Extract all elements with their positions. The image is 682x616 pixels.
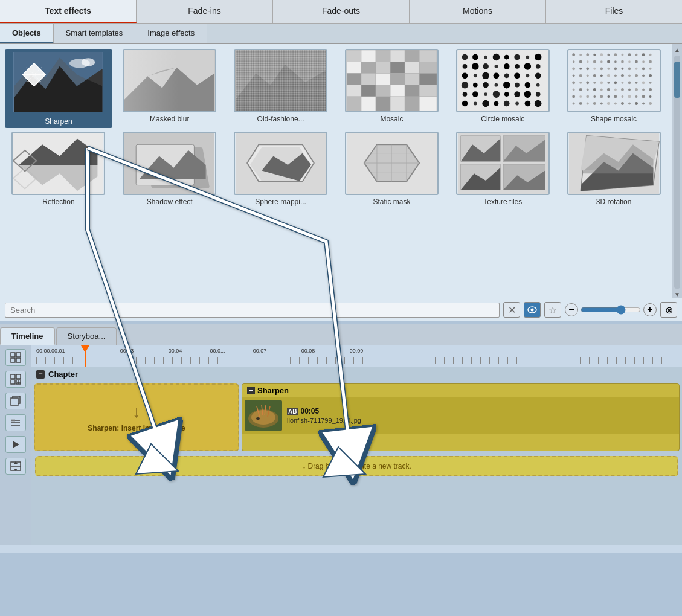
svg-point-68 — [536, 64, 541, 69]
svg-point-74 — [514, 73, 520, 79]
effect-mosaic[interactable]: Mosaic — [338, 49, 445, 128]
svg-point-143 — [607, 74, 610, 77]
svg-point-186 — [572, 103, 574, 105]
svg-point-126 — [572, 67, 575, 70]
svg-point-151 — [579, 82, 582, 84]
tool-add-track[interactable] — [5, 371, 26, 388]
tab-text-effects[interactable]: Text effects — [0, 0, 137, 23]
tab-motions[interactable]: Motions — [410, 0, 546, 23]
timeline-section: Timeline Storyboa... — [0, 324, 682, 553]
layers-icon — [10, 417, 21, 428]
sub-tab-smart-templates[interactable]: Smart templates — [54, 24, 136, 43]
svg-point-83 — [524, 82, 530, 88]
svg-rect-29 — [361, 62, 376, 73]
ruler-time-1: 00:03 — [103, 348, 151, 354]
svg-point-174 — [572, 95, 575, 98]
tab-fade-outs[interactable]: Fade-outs — [273, 0, 410, 23]
svg-point-183 — [635, 95, 637, 98]
sub-tab-objects[interactable]: Objects — [0, 24, 54, 43]
tab-files[interactable]: Files — [546, 0, 682, 23]
svg-point-156 — [614, 81, 617, 84]
star-filter-button[interactable]: ☆ — [544, 302, 561, 318]
svg-point-88 — [492, 91, 500, 98]
svg-point-132 — [614, 67, 617, 70]
tool-play[interactable] — [5, 436, 26, 453]
svg-point-120 — [614, 60, 617, 63]
svg-point-105 — [593, 54, 596, 56]
svg-rect-28 — [347, 62, 361, 73]
tab-fade-ins[interactable]: Fade-ins — [137, 0, 273, 23]
effect-sphere-mapping[interactable]: Sphere mappi... — [227, 132, 335, 206]
svg-point-58 — [514, 54, 520, 60]
grid-icon — [10, 352, 21, 363]
effect-shape-mosaic[interactable]: Shape mosaic — [560, 49, 668, 128]
ruler-time-5: 00:08 — [284, 348, 332, 354]
effect-3d-rotation[interactable]: 3D rotation — [560, 132, 668, 206]
effect-mosaic-label: Mosaic — [380, 115, 403, 123]
sharpen-collapse-icon[interactable]: − — [247, 387, 255, 394]
effect-sharpen[interactable]: Sharpen — [5, 49, 112, 128]
ruler-time-0: 00:00:00:01 — [36, 348, 103, 354]
svg-point-127 — [579, 68, 582, 70]
effect-reflection[interactable]: Reflection — [5, 132, 112, 206]
fish-thumbnail — [245, 400, 282, 431]
scroll-up-button[interactable]: ▲ — [674, 47, 680, 53]
svg-rect-243 — [11, 380, 15, 384]
svg-rect-252 — [11, 419, 15, 422]
svg-point-180 — [614, 95, 617, 98]
svg-point-192 — [614, 103, 617, 105]
effect-old-fashioned-label: Old-fashione... — [257, 115, 304, 123]
svg-point-164 — [586, 88, 588, 91]
effect-shadow[interactable]: Shadow effect — [116, 132, 224, 206]
chapter-header: − Chapter — [31, 367, 682, 381]
tool-layers[interactable] — [5, 414, 26, 431]
scroll-down-button[interactable]: ▼ — [674, 291, 680, 298]
effect-masked-blur[interactable]: Masked blur — [116, 49, 224, 128]
effect-circle-mosaic[interactable]: Circle mosaic — [449, 49, 556, 128]
tab-timeline[interactable]: Timeline — [0, 327, 55, 345]
svg-rect-45 — [419, 85, 437, 97]
scroll-thumb[interactable] — [674, 62, 680, 98]
tool-duplicate[interactable] — [5, 393, 26, 409]
effects-scrollbar[interactable]: ▲ ▼ — [672, 44, 682, 298]
effect-static-mask[interactable]: Static mask — [338, 132, 445, 206]
sharpen-track-title: Sharpen — [257, 386, 289, 395]
new-track-drop-zone[interactable]: ↓ Drag here to create a new track. — [35, 456, 678, 476]
svg-point-98 — [515, 102, 519, 106]
svg-point-122 — [628, 60, 631, 63]
svg-point-100 — [535, 100, 542, 107]
effect-old-fashioned[interactable]: Old-fashione... — [227, 49, 335, 128]
svg-point-137 — [649, 68, 651, 70]
svg-point-193 — [621, 102, 624, 105]
clear-search-button[interactable]: ✕ — [503, 302, 520, 318]
svg-point-118 — [600, 60, 602, 63]
tool-grid[interactable] — [5, 349, 26, 366]
main-wrapper: Text effects Fade-ins Fade-outs Motions … — [0, 0, 682, 616]
tab-storyboard[interactable]: Storyboa... — [56, 327, 117, 345]
duplicate-icon — [10, 396, 21, 406]
zoom-in-button[interactable]: + — [643, 303, 657, 316]
effect-texture-tiles[interactable]: Texture tiles — [449, 132, 556, 206]
search-options-button[interactable]: ⊗ — [660, 302, 677, 318]
svg-rect-34 — [347, 73, 361, 85]
svg-point-89 — [504, 92, 509, 97]
tool-split[interactable] — [5, 458, 26, 475]
svg-point-260 — [251, 410, 275, 425]
svg-point-196 — [642, 103, 645, 105]
search-input[interactable] — [5, 303, 500, 318]
svg-point-165 — [593, 88, 596, 91]
svg-point-131 — [607, 68, 610, 70]
svg-rect-33 — [419, 62, 437, 73]
chapter-collapse-button[interactable]: − — [36, 370, 45, 379]
eye-filter-button[interactable] — [524, 302, 541, 318]
zoom-slider[interactable] — [581, 305, 641, 315]
svg-point-61 — [462, 64, 467, 69]
sub-tab-image-effects[interactable]: Image effects — [135, 24, 207, 43]
scroll-track — [674, 56, 680, 289]
svg-rect-24 — [376, 50, 390, 62]
zoom-out-button[interactable]: − — [565, 303, 578, 316]
svg-point-154 — [600, 81, 603, 84]
svg-rect-16 — [236, 50, 326, 111]
insert-images-drop-zone[interactable]: ↓ Sharpen: Insert images here — [34, 383, 239, 451]
svg-point-265 — [256, 417, 260, 420]
